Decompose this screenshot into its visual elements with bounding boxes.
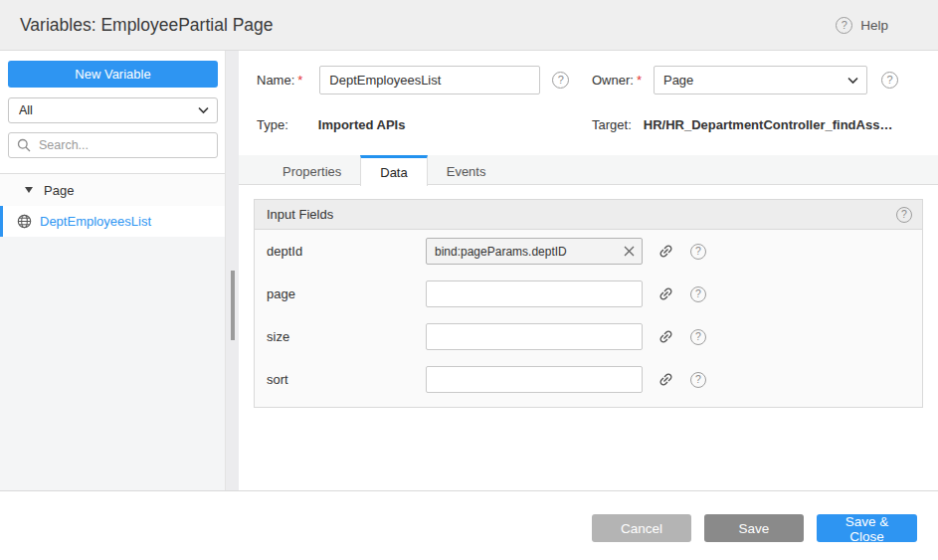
owner-help-icon[interactable]: ? bbox=[881, 72, 898, 89]
field-label: sort bbox=[267, 372, 426, 387]
collapse-triangle-icon bbox=[25, 187, 33, 193]
variable-detail-panel: Name:* ? Owner:* Page ? Type: Imported A… bbox=[239, 51, 938, 490]
variable-filter-select[interactable]: All bbox=[8, 97, 218, 123]
input-fields-panel: Input Fields ? deptId ? bbox=[254, 199, 923, 408]
field-row-size: size ? bbox=[267, 323, 922, 350]
input-fields-title: Input Fields bbox=[267, 207, 333, 222]
tab-events[interactable]: Events bbox=[428, 155, 505, 185]
field-input-wrap bbox=[426, 238, 643, 265]
type-row: Type: Imported APIs bbox=[257, 114, 405, 134]
bind-link-icon[interactable] bbox=[656, 327, 675, 347]
clear-binding-icon[interactable] bbox=[621, 243, 638, 260]
input-fields-header: Input Fields ? bbox=[255, 200, 922, 230]
tabstrip: Properties Data Events bbox=[239, 155, 938, 185]
tree-item-label: DeptEmployeesList bbox=[40, 214, 151, 229]
target-row: Target: HR/HR_DepartmentController_findA… bbox=[592, 114, 892, 134]
tab-data[interactable]: Data bbox=[360, 155, 427, 186]
field-help-icon[interactable]: ? bbox=[690, 244, 706, 260]
type-label: Type: bbox=[257, 117, 288, 132]
variable-filter-wrap: All bbox=[8, 97, 218, 123]
variables-sidebar: New Variable All Page bbox=[0, 51, 225, 490]
field-help-icon[interactable]: ? bbox=[690, 329, 706, 345]
field-row-page: page ? bbox=[267, 280, 922, 307]
name-label: Name:* bbox=[257, 73, 302, 88]
field-input-wrap bbox=[426, 280, 643, 307]
dialog-header: Variables: EmployeePartial Page ? Help bbox=[0, 0, 938, 51]
footer-buttons: Cancel Save Save & Close bbox=[592, 514, 917, 542]
name-field-row: Name:* ? bbox=[257, 66, 569, 94]
variables-dialog: Variables: EmployeePartial Page ? Help N… bbox=[0, 0, 938, 560]
target-value: HR/HR_DepartmentController_findAss… bbox=[644, 117, 893, 132]
required-asterisk: * bbox=[297, 73, 302, 88]
name-input[interactable] bbox=[319, 66, 540, 94]
help-link[interactable]: ? Help bbox=[836, 0, 888, 50]
save-and-close-button[interactable]: Save & Close bbox=[817, 514, 917, 542]
page-title: Variables: EmployeePartial Page bbox=[20, 15, 274, 36]
dialog-footer: Cancel Save Save & Close bbox=[0, 490, 938, 560]
search-wrap bbox=[8, 132, 218, 158]
target-label: Target: bbox=[592, 117, 632, 132]
field-help-icon[interactable]: ? bbox=[690, 372, 706, 388]
field-row-sort: sort ? bbox=[267, 366, 922, 393]
bind-link-icon[interactable] bbox=[656, 284, 675, 304]
deptid-input[interactable] bbox=[426, 238, 643, 265]
name-help-icon[interactable]: ? bbox=[552, 72, 569, 89]
help-icon: ? bbox=[836, 17, 852, 34]
tree-item-deptemployeeslist[interactable]: DeptEmployeesList bbox=[0, 206, 225, 237]
cancel-button[interactable]: Cancel bbox=[592, 514, 691, 542]
size-input[interactable] bbox=[426, 323, 643, 350]
tree-group-label: Page bbox=[44, 183, 74, 198]
field-input-wrap bbox=[426, 366, 643, 393]
tab-properties[interactable]: Properties bbox=[264, 155, 360, 185]
field-input-wrap bbox=[426, 323, 643, 350]
type-value: Imported APIs bbox=[318, 117, 406, 132]
bind-link-icon[interactable] bbox=[656, 370, 675, 390]
tree-group-page[interactable]: Page bbox=[0, 174, 225, 206]
globe-icon bbox=[17, 214, 32, 229]
input-fields-body: deptId ? page bbox=[255, 230, 922, 393]
new-variable-button[interactable]: New Variable bbox=[8, 61, 218, 88]
tree-empty-area bbox=[0, 237, 225, 490]
field-label: page bbox=[267, 286, 426, 301]
help-label: Help bbox=[860, 18, 888, 33]
owner-field-row: Owner:* Page ? bbox=[592, 66, 898, 94]
required-asterisk: * bbox=[637, 73, 642, 88]
splitter-handle[interactable] bbox=[231, 271, 235, 340]
variables-tree: Page DeptEmployeesList bbox=[0, 173, 225, 490]
splitter-gutter bbox=[225, 51, 239, 490]
page-input[interactable] bbox=[426, 280, 643, 307]
save-button[interactable]: Save bbox=[704, 514, 804, 542]
sort-input[interactable] bbox=[426, 366, 643, 393]
field-label: size bbox=[267, 329, 426, 344]
input-fields-help-icon[interactable]: ? bbox=[896, 207, 912, 223]
field-help-icon[interactable]: ? bbox=[690, 286, 706, 302]
owner-select[interactable]: Page bbox=[654, 66, 867, 94]
field-label: deptId bbox=[267, 244, 426, 259]
bind-link-icon[interactable] bbox=[656, 242, 675, 262]
field-row-deptid: deptId ? bbox=[267, 238, 922, 265]
owner-select-wrap: Page bbox=[654, 66, 867, 94]
owner-label: Owner:* bbox=[592, 73, 642, 88]
search-input[interactable] bbox=[8, 132, 218, 158]
